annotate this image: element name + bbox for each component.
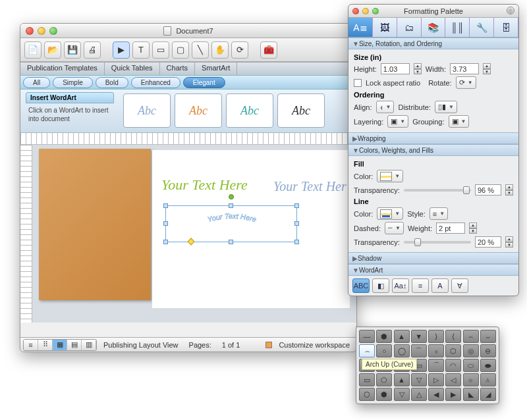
wordart-shape-option[interactable]: ⌣ bbox=[480, 330, 496, 343]
wordart-shape-option[interactable]: ▽ bbox=[411, 373, 427, 386]
tab-quick-tables[interactable]: Quick Tables bbox=[105, 63, 160, 75]
wordart-shape-option[interactable]: ⌢ bbox=[359, 344, 375, 357]
section-colors-weights-fills[interactable]: Colors, Weights, and Fills bbox=[348, 144, 518, 156]
page-thumbnail[interactable] bbox=[39, 149, 151, 300]
textbox-tool[interactable]: ▭ bbox=[152, 41, 169, 59]
wordart-alignment-button[interactable]: ≡ bbox=[412, 278, 429, 293]
open-button[interactable]: 📂 bbox=[44, 41, 61, 59]
tab-smartart[interactable]: SmartArt bbox=[195, 63, 237, 75]
adjustment-handle[interactable] bbox=[187, 238, 194, 245]
wordart-shape-option[interactable]: ⬭ bbox=[463, 359, 479, 372]
palette-tab-scrapbook[interactable]: 🗂 bbox=[397, 18, 422, 37]
wordart-swatch-3[interactable]: Abc bbox=[226, 93, 273, 128]
view-outline[interactable]: ⠿ bbox=[38, 340, 53, 350]
line-transparency-stepper[interactable]: ▲▼ bbox=[505, 236, 513, 248]
weight-field[interactable]: 2 pt bbox=[436, 223, 465, 234]
view-draft[interactable]: ≡ bbox=[24, 340, 38, 350]
dashed-dropdown[interactable]: ┄▼ bbox=[385, 222, 404, 234]
wordart-shape-option[interactable]: ◎ bbox=[463, 344, 479, 357]
resize-handle[interactable] bbox=[163, 203, 168, 208]
wordart-shape-option[interactable]: ⊖ bbox=[480, 344, 496, 357]
filter-elegant[interactable]: Elegant bbox=[183, 77, 225, 88]
wordart-shape-option[interactable]: ⟨ bbox=[445, 330, 461, 343]
wordart-shape-option[interactable]: ⟩ bbox=[428, 330, 444, 343]
resize-handle[interactable] bbox=[229, 240, 233, 244]
text-tool[interactable]: T bbox=[132, 41, 150, 59]
toolbox-toggle[interactable]: 🧰 bbox=[260, 41, 277, 59]
palette-tab-tools[interactable]: 🔧 bbox=[470, 18, 494, 37]
wordart-shape-option[interactable]: ⬬ bbox=[480, 359, 496, 372]
wordart-shape-option[interactable]: ⬢ bbox=[376, 388, 392, 401]
section-wordart[interactable]: WordArt bbox=[348, 264, 518, 276]
width-stepper[interactable]: ▲▼ bbox=[483, 63, 491, 74]
wordart-format-button[interactable]: ◧ bbox=[372, 278, 389, 293]
wordart-shape-option[interactable]: ⌒ bbox=[411, 344, 427, 357]
wordart-shape-option[interactable]: ▭ bbox=[359, 373, 375, 386]
wordart-shape-option[interactable]: ⌢ bbox=[463, 330, 479, 343]
wordart-shape-option[interactable]: ⟐ bbox=[463, 373, 479, 386]
rotate-dropdown[interactable]: ⟳▼ bbox=[456, 76, 476, 89]
wordart-shape-option[interactable]: ⬨ bbox=[428, 344, 444, 357]
line-transparency-field[interactable]: 20 % bbox=[475, 236, 501, 248]
save-button[interactable]: 💾 bbox=[64, 41, 81, 59]
print-button[interactable]: 🖨 bbox=[84, 41, 101, 59]
lock-aspect-checkbox[interactable] bbox=[354, 79, 362, 87]
wordart-shape-option[interactable]: ⬢ bbox=[376, 330, 392, 343]
filter-all[interactable]: All bbox=[23, 77, 50, 88]
wordart-shape-option[interactable]: ▼ bbox=[411, 330, 427, 343]
resize-handle[interactable] bbox=[294, 240, 299, 244]
wordart-shape-option[interactable]: ○ bbox=[376, 344, 392, 357]
wordart-shape-option[interactable]: ◢ bbox=[480, 388, 496, 401]
height-field[interactable]: 1.03 bbox=[381, 63, 410, 74]
tab-publication-templates[interactable]: Publication Templates bbox=[20, 63, 105, 75]
selection-box[interactable]: Your Text Here bbox=[165, 205, 297, 242]
wordart-shape-option[interactable]: — bbox=[359, 330, 375, 343]
section-shadow[interactable]: Shadow bbox=[348, 252, 518, 264]
palette-tab-project[interactable]: 🗄 bbox=[494, 18, 518, 37]
wordart-shape-option[interactable]: ◣ bbox=[463, 388, 479, 401]
wordart-vertical-button[interactable]: A bbox=[431, 278, 449, 293]
line-transparency-slider[interactable] bbox=[404, 241, 471, 244]
wordart-shape-option[interactable]: ▽ bbox=[394, 388, 410, 401]
wordart-shape-option[interactable]: ⬡ bbox=[359, 388, 375, 401]
resize-handle[interactable] bbox=[294, 203, 299, 208]
wordart-object-2[interactable]: Your Text Her bbox=[273, 179, 347, 194]
wordart-shape-option[interactable]: ▶ bbox=[445, 388, 461, 401]
layering-dropdown[interactable]: ▣▼ bbox=[387, 115, 408, 128]
pointer-tool[interactable]: ▶ bbox=[113, 41, 130, 59]
view-publishing[interactable]: ▦ bbox=[53, 340, 67, 350]
resize-handle[interactable] bbox=[163, 221, 168, 226]
wordart-shape-option[interactable]: ◀ bbox=[428, 388, 444, 401]
wordart-same-height-button[interactable]: Aa↕ bbox=[392, 278, 409, 293]
wordart-shape-option[interactable]: ▷ bbox=[428, 373, 444, 386]
wordart-shape-option[interactable]: ⟑ bbox=[480, 373, 496, 386]
resize-handle[interactable] bbox=[294, 221, 299, 226]
canvas[interactable]: Your Text Here Your Text Her Your Text H… bbox=[152, 150, 350, 308]
wordart-shape-option[interactable]: ◁ bbox=[445, 373, 461, 386]
view-print[interactable]: ▤ bbox=[67, 340, 82, 350]
view-notebook[interactable]: ▥ bbox=[82, 340, 96, 350]
rotate-tool[interactable]: ⟳ bbox=[231, 41, 248, 59]
height-stepper[interactable]: ▲▼ bbox=[414, 63, 422, 74]
palette-tab-compatibility[interactable]: ║║ bbox=[445, 18, 470, 37]
width-field[interactable]: 3.73 bbox=[450, 63, 479, 74]
filter-simple[interactable]: Simple bbox=[53, 77, 93, 88]
wordart-swatch-1[interactable]: Abc bbox=[123, 93, 171, 128]
distribute-dropdown[interactable]: ▯▮▼ bbox=[435, 101, 457, 113]
fill-transparency-field[interactable]: 96 % bbox=[475, 184, 501, 196]
wordart-shape-option[interactable]: ⬡ bbox=[445, 344, 461, 357]
wordart-swatch-2[interactable]: Abc bbox=[175, 93, 222, 128]
wordart-shape-option[interactable]: ⌒ bbox=[428, 359, 444, 372]
wordart-object-1[interactable]: Your Text Here bbox=[161, 176, 248, 194]
wordart-swatch-4[interactable]: Abc bbox=[277, 93, 325, 128]
section-size-rotation-ordering[interactable]: Size, Rotation, and Ordering bbox=[348, 38, 518, 49]
wordart-shape-button[interactable]: ABC bbox=[352, 278, 370, 293]
line-style-dropdown[interactable]: ≡▼ bbox=[430, 207, 448, 220]
grouping-dropdown[interactable]: ▣▼ bbox=[449, 115, 470, 128]
line-tool[interactable]: ╲ bbox=[192, 41, 209, 59]
shape-tool[interactable]: ▢ bbox=[172, 41, 189, 59]
palette-tab-formatting[interactable]: A≣ bbox=[348, 18, 373, 37]
line-color-dropdown[interactable]: ▼ bbox=[377, 207, 403, 220]
align-dropdown[interactable]: ⫞▼ bbox=[376, 101, 395, 113]
wordart-spacing-button[interactable]: ∀ bbox=[451, 278, 468, 293]
